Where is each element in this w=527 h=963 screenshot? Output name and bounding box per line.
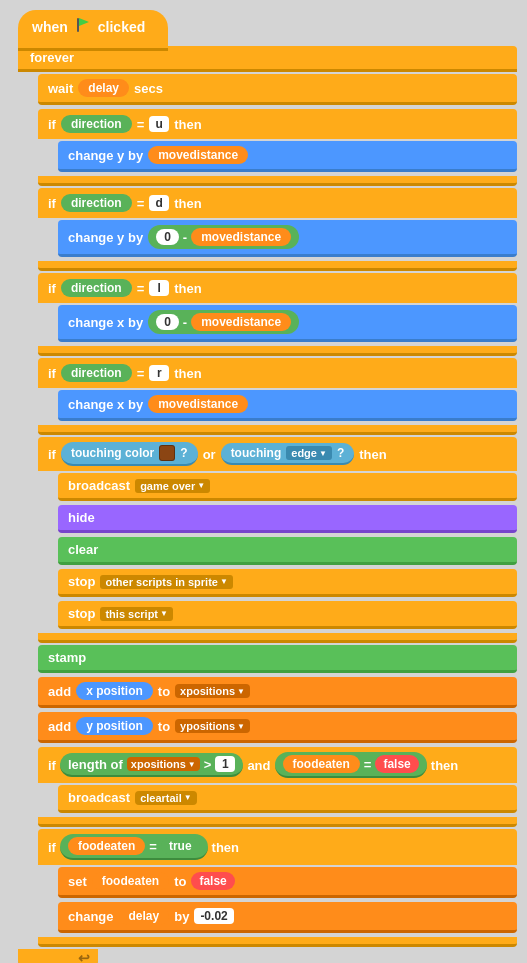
direction-pill-l[interactable]: direction: [61, 279, 132, 297]
when-label: when: [32, 19, 68, 35]
if-block-r: if direction = r then change x by movedi…: [38, 358, 517, 435]
svg-marker-1: [79, 18, 89, 26]
clicked-label: clicked: [98, 19, 145, 35]
foodeaten-eq-false[interactable]: foodeaten = false: [275, 752, 427, 778]
touching-edge-block[interactable]: touching edge ?: [221, 443, 355, 465]
if-block-d: if direction = d then change y by 0 - mo…: [38, 188, 517, 271]
eq-u: =: [137, 117, 145, 132]
direction-pill-u[interactable]: direction: [61, 115, 132, 133]
change-y-down[interactable]: change y by 0 - movedistance: [58, 220, 517, 257]
direction-pill-r[interactable]: direction: [61, 364, 132, 382]
broadcast-cleartail[interactable]: broadcast cleartail: [58, 785, 517, 813]
direction-pill-d[interactable]: direction: [61, 194, 132, 212]
hide-block[interactable]: hide: [58, 505, 517, 533]
wait-label: wait: [48, 81, 73, 96]
set-foodeaten[interactable]: set foodeaten to false: [58, 867, 517, 898]
length-op[interactable]: length of xpositions > 1: [60, 753, 243, 777]
if-block-l: if direction = l then change x by 0 - mo…: [38, 273, 517, 356]
flag-icon: [74, 16, 92, 37]
change-x-left[interactable]: change x by 0 - movedistance: [58, 305, 517, 342]
stamp-block[interactable]: stamp: [38, 645, 517, 673]
secs-label: secs: [134, 81, 163, 96]
svg-rect-0: [77, 18, 79, 32]
color-swatch[interactable]: [159, 445, 175, 461]
add-y-block[interactable]: add y position to ypositions: [38, 712, 517, 743]
broadcast-gameover[interactable]: broadcast game over: [58, 473, 517, 501]
add-x-block[interactable]: add x position to xpositions: [38, 677, 517, 708]
change-x-right[interactable]: change x by movedistance: [58, 390, 517, 421]
if-touch-block: if touching color ? or touching edge ? t…: [38, 437, 517, 643]
val-r[interactable]: r: [149, 365, 169, 381]
foodeaten-eq-true[interactable]: foodeaten = true: [60, 834, 208, 860]
if-block-u: if direction = u then change y by movedi…: [38, 109, 517, 186]
stop-this-block[interactable]: stop this script: [58, 601, 517, 629]
val-d[interactable]: d: [149, 195, 169, 211]
forever-end: ↩: [18, 949, 98, 963]
change-y-up[interactable]: change y by movedistance: [58, 141, 517, 172]
touching-color-block[interactable]: touching color ?: [61, 442, 198, 466]
delay-var[interactable]: delay: [78, 79, 129, 97]
wait-block[interactable]: wait delay secs: [38, 74, 517, 105]
clear-block[interactable]: clear: [58, 537, 517, 565]
if-length-block: if length of xpositions > 1 and foodeate…: [38, 747, 517, 827]
val-u[interactable]: u: [149, 116, 169, 132]
if-foodeaten-block: if foodeaten = true then set foodeaten t…: [38, 829, 517, 947]
stop-other-block[interactable]: stop other scripts in sprite: [58, 569, 517, 597]
val-l[interactable]: l: [149, 280, 169, 296]
hat-block[interactable]: when clicked: [18, 10, 168, 46]
change-delay[interactable]: change delay by -0.02: [58, 902, 517, 933]
